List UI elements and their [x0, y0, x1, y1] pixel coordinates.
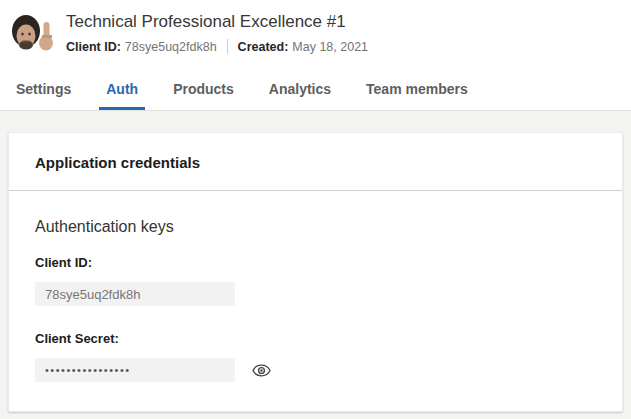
client-id-label: Client ID: — [35, 255, 596, 270]
client-id-meta-label: Client ID: — [66, 40, 121, 54]
eye-icon — [251, 361, 272, 380]
client-secret-input[interactable] — [35, 358, 235, 382]
tab-analytics[interactable]: Analytics — [262, 57, 338, 110]
avatar — [6, 9, 58, 57]
main-content: Application credentials Authentication k… — [0, 111, 631, 412]
client-secret-label: Client Secret: — [35, 331, 596, 346]
created-meta-label: Created: — [238, 40, 289, 54]
application-credentials-card: Application credentials Authentication k… — [8, 132, 623, 412]
app-meta: Client ID: 78sye5uq2fdk8h Created: May 1… — [66, 39, 368, 54]
reveal-secret-button[interactable] — [250, 360, 272, 380]
page-title: Technical Professional Excellence #1 — [66, 12, 368, 32]
tab-auth[interactable]: Auth — [99, 57, 145, 110]
app-header: Technical Professional Excellence #1 Cli… — [0, 0, 631, 111]
section-heading: Authentication keys — [35, 218, 596, 236]
tab-products[interactable]: Products — [166, 57, 241, 110]
client-id-meta-value: 78sye5uq2fdk8h — [125, 40, 217, 54]
tab-team-members[interactable]: Team members — [359, 57, 475, 110]
client-secret-field-group: Client Secret: — [35, 331, 596, 382]
created-meta-value: May 18, 2021 — [292, 40, 368, 54]
card-title: Application credentials — [9, 133, 622, 191]
tab-bar: Settings Auth Products Analytics Team me… — [0, 57, 631, 111]
person-thumbs-up-avatar — [6, 9, 58, 57]
meta-divider — [227, 39, 228, 54]
tab-settings[interactable]: Settings — [9, 57, 78, 110]
client-id-field-group: Client ID: — [35, 255, 596, 306]
client-id-input[interactable] — [35, 282, 235, 306]
